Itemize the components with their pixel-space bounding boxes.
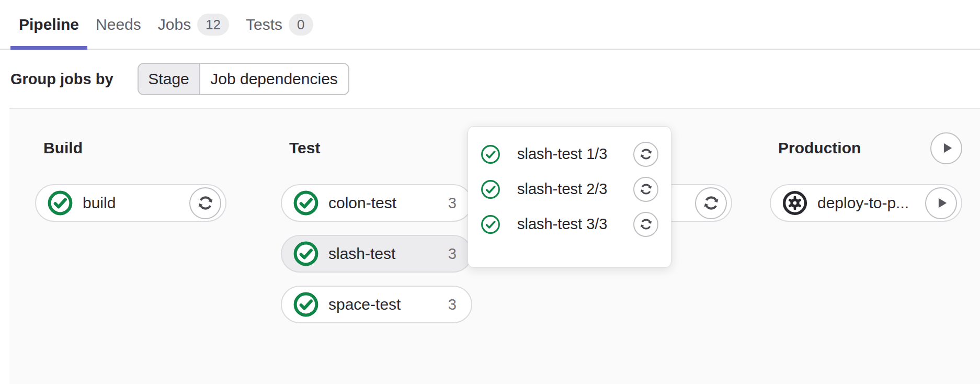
stage-header-test: Test xyxy=(281,132,472,164)
status-success-icon xyxy=(293,241,318,266)
job-pill-slash-test[interactable]: slash-test 3 xyxy=(281,235,472,273)
stage-title-production: Production xyxy=(778,139,861,157)
retry-icon xyxy=(639,147,653,161)
group-by-job-dependencies-label: Job dependencies xyxy=(210,70,338,88)
dropdown-job-slash-test-3[interactable]: slash-test 3/3 xyxy=(481,207,658,242)
job-name: build xyxy=(83,194,189,212)
retry-icon xyxy=(639,217,653,231)
tab-needs-label: Needs xyxy=(96,16,141,33)
retry-icon xyxy=(639,182,653,196)
tab-tests-label: Tests xyxy=(246,16,282,33)
job-pill-space-test[interactable]: space-test 3 xyxy=(281,286,472,323)
parallel-jobs-dropdown: slash-test 1/3 slash-test 2/3 slash-test… xyxy=(468,126,671,268)
retry-icon xyxy=(197,194,214,212)
job-name: space-test xyxy=(328,296,448,313)
status-success-icon xyxy=(481,179,500,199)
play-icon xyxy=(938,139,955,157)
tab-pipeline[interactable]: Pipeline xyxy=(10,0,87,49)
stage-header-build: Build xyxy=(35,132,226,164)
job-pill-build[interactable]: build xyxy=(35,184,226,222)
retry-icon xyxy=(702,194,720,212)
tab-pipeline-label: Pipeline xyxy=(19,16,79,33)
retry-job-button[interactable] xyxy=(189,187,221,219)
job-pill-deploy-to-production[interactable]: deploy-to-p... xyxy=(770,184,962,222)
status-success-icon xyxy=(293,292,318,317)
status-success-icon xyxy=(481,214,500,234)
stage-column-production: Production deploy-to-p... xyxy=(770,109,962,235)
group-jobs-by-label: Group jobs by xyxy=(10,71,113,88)
group-by-job-dependencies-button[interactable]: Job dependencies xyxy=(200,64,348,94)
retry-job-button[interactable] xyxy=(695,187,727,219)
stage-title-test: Test xyxy=(289,139,320,157)
tab-jobs-label: Jobs xyxy=(158,16,191,33)
group-by-stage-button[interactable]: Stage xyxy=(139,64,200,94)
tab-tests[interactable]: Tests 0 xyxy=(237,0,322,49)
retry-job-button[interactable] xyxy=(633,177,658,202)
job-name: deploy-to-p... xyxy=(817,194,925,212)
status-manual-icon xyxy=(782,190,807,216)
job-name: slash-test 2/3 xyxy=(517,180,633,198)
play-icon xyxy=(932,194,950,212)
job-name: slash-test 1/3 xyxy=(517,145,633,163)
job-pill-colon-test[interactable]: colon-test 3 xyxy=(281,184,472,222)
job-name: slash-test 3/3 xyxy=(517,216,633,233)
play-job-button[interactable] xyxy=(925,187,957,219)
job-name: slash-test xyxy=(328,245,448,263)
status-success-icon xyxy=(293,190,318,216)
retry-job-button[interactable] xyxy=(633,142,658,167)
pipeline-tabbar: Pipeline Needs Jobs 12 Tests 0 xyxy=(0,0,980,50)
tests-count-badge: 0 xyxy=(289,14,313,36)
stage-header-production: Production xyxy=(770,132,962,164)
parallel-jobs-count: 3 xyxy=(448,195,457,212)
dropdown-job-slash-test-1[interactable]: slash-test 1/3 xyxy=(481,137,658,172)
group-jobs-by-row: Group jobs by Stage Job dependencies xyxy=(10,63,349,95)
retry-job-button[interactable] xyxy=(633,212,658,237)
tab-jobs[interactable]: Jobs 12 xyxy=(150,0,237,49)
job-name: colon-test xyxy=(328,194,448,212)
group-by-segmented-control: Stage Job dependencies xyxy=(138,63,349,95)
dropdown-job-slash-test-2[interactable]: slash-test 2/3 xyxy=(481,172,658,207)
status-success-icon xyxy=(481,144,500,164)
play-stage-button[interactable] xyxy=(930,132,962,164)
jobs-count-badge: 12 xyxy=(197,14,229,36)
tab-needs[interactable]: Needs xyxy=(87,0,150,49)
stage-column-build: Build build xyxy=(35,109,226,235)
stage-column-test: Test colon-test 3 slash-test 3 space-tes… xyxy=(281,109,472,336)
parallel-jobs-count: 3 xyxy=(448,296,457,313)
status-success-icon xyxy=(48,190,73,216)
stage-title-build: Build xyxy=(43,139,83,157)
group-by-stage-label: Stage xyxy=(148,70,189,88)
parallel-jobs-count: 3 xyxy=(448,245,457,263)
